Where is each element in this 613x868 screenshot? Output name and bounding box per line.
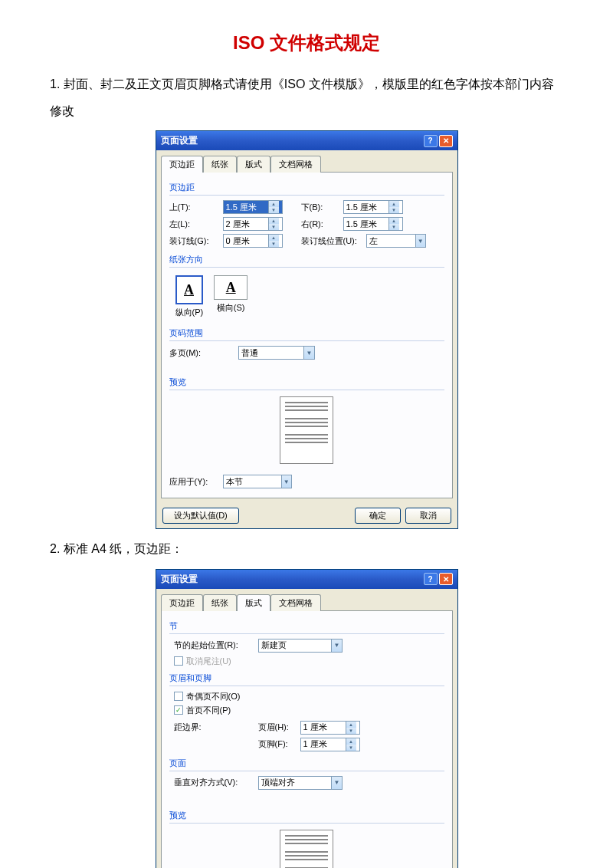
checkbox-odd-even[interactable] xyxy=(174,692,183,701)
input-bottom[interactable]: ▲▼ xyxy=(343,200,403,214)
ok-button[interactable]: 确定 xyxy=(355,508,401,524)
close-icon[interactable]: ✕ xyxy=(439,135,453,147)
orientation-portrait[interactable]: A 纵向(P) xyxy=(175,275,204,318)
label-header: 页眉(H): xyxy=(258,722,300,733)
section-header-footer: 页眉和页脚 xyxy=(169,669,444,686)
chevron-down-icon[interactable]: ▼ xyxy=(346,745,356,751)
chevron-down-icon[interactable]: ▼ xyxy=(268,207,279,213)
input-header[interactable]: ▲▼ xyxy=(300,721,360,735)
label-left: 左(L): xyxy=(169,219,223,230)
help-icon[interactable]: ? xyxy=(424,573,438,585)
section-preview: 预览 xyxy=(169,373,444,390)
label-landscape: 横向(S) xyxy=(214,302,247,314)
letter-a-icon: A xyxy=(226,280,236,296)
tab-margins[interactable]: 页边距 xyxy=(161,594,203,611)
default-button[interactable]: 设为默认值(D) xyxy=(162,508,239,524)
label-bottom: 下(B): xyxy=(301,202,343,213)
label-suppress-endnotes: 取消尾注(U) xyxy=(186,656,231,667)
label-first-page: 首页不同(P) xyxy=(186,705,231,716)
cancel-button[interactable]: 取消 xyxy=(405,508,451,524)
orientation-landscape[interactable]: A 横向(S) xyxy=(214,275,247,318)
section-pages: 页码范围 xyxy=(169,324,444,341)
label-gutter: 装订线(G): xyxy=(169,235,223,247)
preview-thumbnail xyxy=(280,396,333,464)
tab-paper[interactable]: 纸张 xyxy=(203,156,237,173)
letter-a-icon: A xyxy=(184,282,194,298)
chevron-down-icon[interactable]: ▼ xyxy=(281,475,291,488)
label-portrait: 纵向(P) xyxy=(175,307,204,318)
chevron-down-icon[interactable]: ▼ xyxy=(303,347,313,359)
chevron-up-icon[interactable]: ▲ xyxy=(268,235,279,241)
tab-layout[interactable]: 版式 xyxy=(237,156,270,173)
label-gutter-pos: 装订线位置(U): xyxy=(301,235,366,247)
preview-thumbnail xyxy=(280,830,333,868)
section-orientation: 纸张方向 xyxy=(169,251,444,268)
paragraph-2: 2. 标准 A4 纸，页边距： xyxy=(50,535,563,562)
label-odd-even: 奇偶页不同(O) xyxy=(186,691,241,702)
chevron-down-icon[interactable]: ▼ xyxy=(268,241,279,247)
dialog-titlebar: 页面设置 ? ✕ xyxy=(156,131,457,150)
chevron-down-icon[interactable]: ▼ xyxy=(331,639,341,652)
section-margins: 页边距 xyxy=(169,179,444,196)
label-right: 右(R): xyxy=(301,219,343,230)
tab-layout[interactable]: 版式 xyxy=(237,594,270,611)
page-setup-dialog-layout: 页面设置 ? ✕ 页边距 纸张 版式 文档网格 节 节的起始位置(R): ▼ 取… xyxy=(156,569,458,868)
chevron-down-icon[interactable]: ▼ xyxy=(331,777,341,789)
tab-paper[interactable]: 纸张 xyxy=(203,594,237,611)
combo-multipage[interactable]: ▼ xyxy=(238,346,315,360)
label-apply-to: 应用于(Y): xyxy=(169,476,223,488)
input-right[interactable]: ▲▼ xyxy=(343,217,403,231)
section-preview: 预览 xyxy=(169,807,444,824)
tab-grid[interactable]: 文档网格 xyxy=(270,156,321,173)
chevron-down-icon[interactable]: ▼ xyxy=(415,235,425,247)
combo-gutter-pos[interactable]: ▼ xyxy=(366,234,426,248)
chevron-down-icon[interactable]: ▼ xyxy=(268,224,279,230)
page-setup-dialog-margins: 页面设置 ? ✕ 页边距 纸张 版式 文档网格 页边距 上(T): ▲▼ 下(B… xyxy=(156,130,458,529)
input-footer[interactable]: ▲▼ xyxy=(300,738,360,751)
combo-valign[interactable]: ▼ xyxy=(258,776,343,790)
chevron-up-icon[interactable]: ▲ xyxy=(346,738,356,745)
close-icon[interactable]: ✕ xyxy=(439,573,453,585)
chevron-up-icon[interactable]: ▲ xyxy=(346,722,356,728)
section-page: 页面 xyxy=(169,755,444,771)
label-top: 上(T): xyxy=(169,202,223,213)
label-valign: 垂直对齐方式(V): xyxy=(174,777,258,788)
checkbox-first-page[interactable]: ✓ xyxy=(174,705,183,715)
label-footer: 页脚(F): xyxy=(258,738,300,750)
input-left[interactable]: ▲▼ xyxy=(223,217,283,231)
tab-grid[interactable]: 文档网格 xyxy=(270,594,321,611)
chevron-down-icon[interactable]: ▼ xyxy=(388,207,399,213)
checkbox-suppress-endnotes xyxy=(174,656,183,666)
section-section: 节 xyxy=(169,617,444,634)
tab-margins[interactable]: 页边距 xyxy=(161,156,203,173)
chevron-up-icon[interactable]: ▲ xyxy=(388,218,399,224)
chevron-up-icon[interactable]: ▲ xyxy=(268,218,279,224)
combo-apply-to[interactable]: ▼ xyxy=(223,475,292,488)
input-gutter[interactable]: ▲▼ xyxy=(223,234,283,248)
page-title: ISO 文件格式规定 xyxy=(50,31,563,55)
chevron-up-icon[interactable]: ▲ xyxy=(268,201,279,207)
help-icon[interactable]: ? xyxy=(424,135,438,147)
label-section-start: 节的起始位置(R): xyxy=(174,639,258,651)
input-top[interactable]: ▲▼ xyxy=(223,200,283,214)
dialog-titlebar: 页面设置 ? ✕ xyxy=(156,570,457,589)
dialog-title-text: 页面设置 xyxy=(161,134,198,147)
chevron-down-icon[interactable]: ▼ xyxy=(346,728,356,734)
paragraph-1: 1. 封面、封二及正文页眉页脚格式请使用《ISO 文件模版》，模版里的红色字体按… xyxy=(50,71,563,124)
dialog-title-text: 页面设置 xyxy=(161,573,198,586)
label-from-edge: 距边界: xyxy=(174,722,258,733)
combo-section-start[interactable]: ▼ xyxy=(258,639,343,653)
chevron-down-icon[interactable]: ▼ xyxy=(388,224,399,230)
chevron-up-icon[interactable]: ▲ xyxy=(388,201,399,207)
label-multipage: 多页(M): xyxy=(169,347,223,359)
